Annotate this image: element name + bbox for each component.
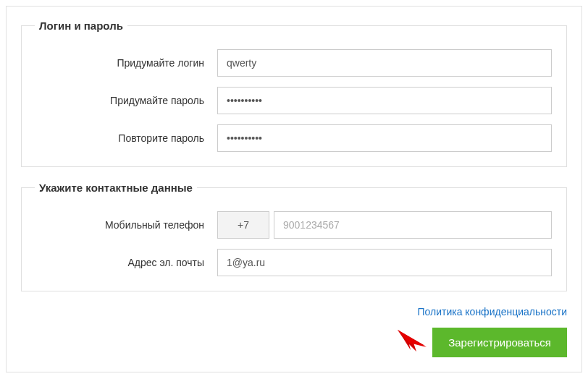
phone-prefix: +7 xyxy=(217,211,269,239)
privacy-policy-link[interactable]: Политика конфиденциальности xyxy=(417,306,567,318)
form-actions: Политика конфиденциальности Зарегистриро… xyxy=(21,306,567,357)
contact-details-fieldset: Укажите контактные данные Мобильный теле… xyxy=(21,182,567,291)
phone-input-wrap: +7 xyxy=(217,211,552,239)
password-row: Придумайте пароль xyxy=(36,87,552,114)
login-input[interactable] xyxy=(217,49,552,77)
password-input-wrap xyxy=(217,87,552,114)
phone-label: Мобильный телефон xyxy=(36,219,217,231)
login-label: Придумайте логин xyxy=(36,57,217,69)
password-repeat-input-wrap xyxy=(217,124,552,152)
email-label: Адрес эл. почты xyxy=(36,257,217,268)
password-repeat-row: Повторите пароль xyxy=(36,124,552,152)
svg-marker-0 xyxy=(398,330,425,351)
login-credentials-fieldset: Логин и пароль Придумайте логин Придумай… xyxy=(21,20,567,167)
svg-marker-1 xyxy=(398,330,427,347)
arrow-annotation-icon xyxy=(396,328,428,353)
login-row: Придумайте логин xyxy=(36,49,552,77)
phone-input[interactable] xyxy=(274,211,552,239)
password-input[interactable] xyxy=(217,87,552,114)
login-input-wrap xyxy=(217,49,552,77)
login-legend: Логин и пароль xyxy=(35,20,127,32)
email-row: Адрес эл. почты xyxy=(36,249,552,276)
email-input-wrap xyxy=(217,249,552,276)
register-button[interactable]: Зарегистрироваться xyxy=(432,328,567,357)
password-repeat-input[interactable] xyxy=(217,124,552,152)
email-input[interactable] xyxy=(217,249,552,276)
contact-legend: Укажите контактные данные xyxy=(35,182,197,194)
phone-row: Мобильный телефон +7 xyxy=(36,211,552,239)
registration-form: Логин и пароль Придумайте логин Придумай… xyxy=(6,6,582,372)
password-repeat-label: Повторите пароль xyxy=(36,132,217,144)
password-label: Придумайте пароль xyxy=(36,95,217,106)
